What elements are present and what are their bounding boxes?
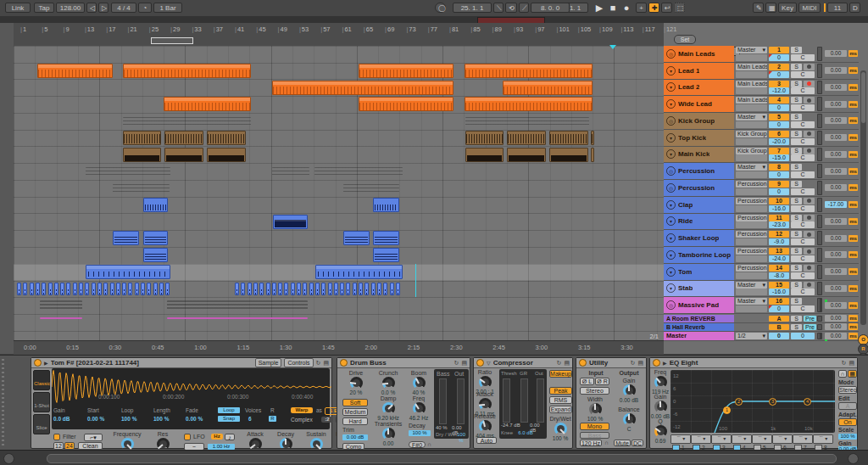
solo-button[interactable]: S — [791, 47, 802, 53]
solo-button[interactable]: S — [791, 316, 802, 322]
knob-freq[interactable]: Freq119 Hz — [647, 369, 674, 395]
clip[interactable] — [40, 300, 82, 311]
clip[interactable] — [110, 283, 114, 295]
track-header[interactable]: ▾Lead 2Main Leads▾3-12.0SC0.00ms — [664, 80, 859, 97]
knob-value[interactable]: 0.00 — [373, 440, 403, 447]
knob-value[interactable]: 0.00 dB — [615, 397, 643, 404]
track-name-cell[interactable]: ◎Percussion — [664, 180, 734, 196]
clip[interactable] — [17, 283, 21, 295]
clip[interactable] — [123, 131, 161, 145]
clip[interactable] — [103, 283, 108, 295]
length-value[interactable]: 100 % — [153, 416, 169, 422]
arm-button[interactable] — [804, 81, 815, 87]
fade-value[interactable]: 0.00 % — [186, 416, 203, 422]
clip[interactable] — [167, 300, 308, 311]
device-horizontal-scrollbar[interactable] — [47, 454, 837, 463]
track-volume-field[interactable]: 0 — [769, 104, 789, 111]
output-routing-chooser[interactable]: Master▾ — [736, 298, 767, 305]
clip[interactable] — [123, 64, 251, 78]
band-3-type-chooser[interactable]: ⌒ ▾ — [711, 434, 732, 444]
knob-dial[interactable] — [654, 425, 667, 438]
knob-dial[interactable] — [654, 376, 667, 389]
track-delay-field[interactable]: 0.00 — [825, 302, 847, 309]
clip[interactable] — [328, 283, 332, 295]
clip[interactable] — [507, 148, 546, 162]
track-name-cell[interactable]: ▾Top Kick — [664, 130, 734, 146]
save-preset-icon[interactable]: ▤ — [849, 360, 854, 367]
clip[interactable] — [143, 198, 168, 212]
track-name-cell[interactable]: ▾Ride — [664, 214, 734, 230]
track-icon[interactable]: ▾ — [666, 267, 676, 277]
clip[interactable] — [143, 248, 168, 262]
bass-mono-freq[interactable]: 120 Hz — [580, 440, 602, 446]
quantization-menu[interactable]: 1 Bar — [153, 3, 182, 13]
clip[interactable] — [54, 283, 58, 295]
group-track-icon[interactable]: ◎ — [666, 116, 676, 126]
clip[interactable] — [549, 148, 588, 162]
pan-field[interactable]: C — [791, 171, 815, 178]
lfo-on-toggle[interactable] — [184, 434, 191, 440]
track-delay-field[interactable]: 0.00 — [825, 323, 847, 330]
arrangement-clip-area[interactable] — [14, 46, 664, 340]
nudge-down-button[interactable]: ◁ — [86, 3, 97, 13]
arm-button[interactable] — [804, 282, 815, 289]
mode-classic-button[interactable]: Classic — [33, 370, 50, 390]
clip[interactable] — [92, 283, 96, 295]
track-name-cell[interactable]: Master — [664, 332, 734, 340]
pan-field[interactable]: C — [791, 154, 815, 161]
device-fold-icon[interactable]: ▶ — [663, 360, 667, 366]
band-2-type-chooser[interactable]: ⌒ ▾ — [691, 434, 711, 444]
loop-length-field[interactable]: 8. 0. 0 — [531, 3, 570, 13]
clip[interactable] — [248, 283, 252, 295]
clip[interactable] — [340, 283, 344, 295]
computer-midi-keyboard-button[interactable]: ▦ — [765, 3, 776, 13]
clip[interactable] — [377, 283, 381, 295]
track-header[interactable]: ◎PercussionPercussion▾90SC0.00ms — [664, 180, 859, 197]
track-volume-field[interactable]: -8.0 — [769, 272, 789, 279]
channel-mode-chooser[interactable]: Stereo — [580, 387, 609, 395]
clip[interactable] — [36, 283, 40, 295]
clip[interactable] — [371, 283, 376, 295]
filter-on-toggle[interactable] — [53, 434, 60, 440]
clip[interactable] — [165, 283, 170, 295]
eq-band-node-2[interactable]: 2 — [735, 398, 743, 406]
clip[interactable] — [167, 317, 308, 319]
peak-button[interactable]: Peak — [549, 387, 572, 395]
clip[interactable] — [309, 283, 314, 295]
pan-field[interactable]: C — [791, 188, 815, 195]
clip[interactable] — [116, 283, 120, 295]
time-signature-field[interactable]: 4 / 4 — [111, 3, 136, 13]
track-name-cell[interactable]: ◎Massive Pad — [664, 297, 734, 313]
solo-button[interactable]: S — [791, 81, 802, 87]
phase-right-toggle[interactable]: Ø R — [595, 378, 609, 385]
metronome-button[interactable]: ◔ — [138, 3, 152, 13]
clip[interactable] — [207, 148, 246, 162]
output-routing-chooser[interactable]: Master▾ — [736, 114, 767, 120]
output-routing-chooser[interactable]: Percussion▾ — [736, 198, 767, 204]
bass-mono-audition-icon[interactable]: ∩ — [604, 440, 609, 445]
solo-button[interactable]: S — [791, 64, 802, 70]
pan-field[interactable]: C — [791, 205, 815, 212]
clip[interactable] — [113, 231, 139, 245]
clip[interactable] — [591, 148, 594, 162]
output-routing-chooser[interactable]: Main Leads▾ — [736, 81, 767, 87]
sidechain-toggle-icon[interactable]: ▽ — [487, 360, 491, 366]
knob-width[interactable]: Width100 % — [581, 396, 609, 423]
arrangement-overview[interactable] — [0, 16, 868, 23]
knob-dial[interactable] — [479, 420, 492, 433]
arrangement-vertical-scrollbar[interactable] — [860, 70, 866, 325]
clip[interactable] — [86, 167, 170, 177]
midi-map-button[interactable]: MIDI — [798, 3, 821, 13]
output-routing-chooser[interactable]: Percussion▾ — [736, 215, 767, 221]
gain-value[interactable]: 0.0 dB — [53, 416, 70, 422]
track-delay-field[interactable]: 0.00 — [825, 184, 847, 191]
return-track-header[interactable]: A Room REVERBASPre0.00ms — [664, 315, 859, 323]
clip[interactable] — [164, 148, 203, 162]
clip[interactable] — [373, 231, 399, 245]
pre-post-toggle[interactable]: Pre — [804, 316, 816, 322]
drive-soft-button[interactable]: Soft — [342, 399, 368, 406]
capture-button[interactable]: ⬚ — [674, 3, 685, 13]
beat-time-ruler[interactable]: |1|5|9|13|17|21|25|29|33|37|41|45|49|53|… — [14, 23, 664, 47]
link-button[interactable]: Link — [5, 3, 31, 13]
knob-dial[interactable] — [554, 423, 567, 435]
